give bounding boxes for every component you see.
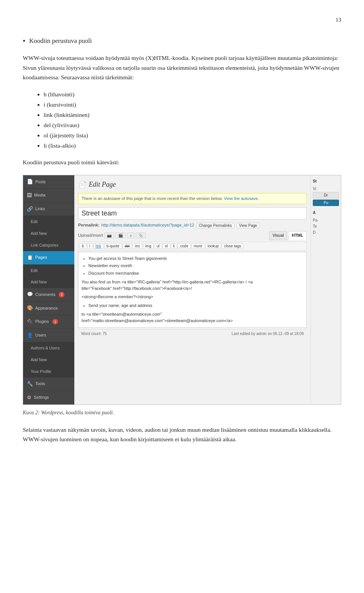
sidebar-item-settings[interactable]: ⚙ Settings <box>23 391 74 405</box>
content-line: If you have any questions, ideas for pro… <box>82 326 303 327</box>
paragraph-2: Koodiin perustuva puoli toimii kätevästi… <box>23 157 341 167</box>
tab-html[interactable]: HTML <box>288 231 307 240</box>
list-item: li (lista-alkio) <box>44 140 341 151</box>
sidebar-label-link-categories: Link Categories <box>31 242 58 249</box>
autosave-text: There is an autosave of this page that i… <box>82 196 223 201</box>
edit-page-title: 📄 Edit Page <box>78 179 307 190</box>
appearance-icon: 🎨 <box>27 304 33 312</box>
sidebar-item-add-new-pages[interactable]: Add New <box>23 276 74 288</box>
sidebar-item-appearance[interactable]: 🎨 Appearance <box>23 302 74 315</box>
paragraph-3: Selainta vastaavan näkymän tavoin, kuvan… <box>23 425 341 444</box>
sidebar-item-add-new-links[interactable]: Add New <box>23 228 74 239</box>
sidebar-item-links[interactable]: 🔗 Links <box>23 203 74 216</box>
edit-page-heading: Edit Page <box>89 179 116 190</box>
attributes-title: A <box>313 210 339 216</box>
sidebar-label-settings: Settings <box>34 394 49 401</box>
sidebar-item-add-new-users[interactable]: Add New <box>23 354 74 366</box>
fmt-btn-link[interactable]: link <box>93 243 104 249</box>
fmt-btn-bquote[interactable]: b-quote <box>104 243 122 249</box>
format-buttons-row: b i link b-quote del ins img ul ol li co… <box>78 242 307 250</box>
sidebar-item-comments[interactable]: 💬 Comments 2 <box>23 288 74 302</box>
autosave-notice: There is an autosave of this page that i… <box>78 193 307 204</box>
caption-text: Kuva 2: Wordpress, koodilla toimiva puol… <box>23 409 341 417</box>
sidebar-item-users[interactable]: 👤 Users <box>23 329 74 343</box>
fmt-btn-ins[interactable]: ins <box>133 243 142 249</box>
upload-btn-3[interactable]: ♪ <box>127 233 134 238</box>
bullet-icon: • <box>23 36 25 46</box>
fmt-btn-li[interactable]: li <box>171 243 177 249</box>
content-editor-area[interactable]: You get access to Street Team gigs/event… <box>78 252 307 328</box>
fmt-btn-code[interactable]: code <box>178 243 191 249</box>
view-page-button[interactable]: View Page <box>236 223 260 228</box>
page-number: 13 <box>23 15 341 24</box>
heading-text: Koodiin perustuva puoli <box>29 36 92 46</box>
sidebar-label-plugins: Plugins <box>35 318 49 325</box>
content-line: Send your name, age and address <box>88 302 303 309</box>
tools-icon: 🔧 <box>27 380 33 388</box>
publish-section: St Vi Dr Pu <box>313 178 339 206</box>
upload-insert-label: Upload/Insert <box>78 232 103 239</box>
upload-insert-area: Upload/Insert 📷 🎬 ♪ 📎 <box>78 232 146 239</box>
upload-btn-2[interactable]: 🎬 <box>116 233 126 238</box>
wp-main-editor: 📄 Edit Page There is an autosave of this… <box>74 175 311 404</box>
template-label: Te <box>313 223 339 230</box>
settings-icon: ⚙ <box>27 394 31 402</box>
draft-button[interactable]: Dr <box>313 192 339 198</box>
attributes-section: A Pa Te D <box>313 210 339 236</box>
last-edited: Last edited by admin on 06.12.-09 at 18:… <box>232 331 304 337</box>
sidebar-label-add-new-users: Add New <box>31 357 47 363</box>
sidebar-item-plugins[interactable]: 🔌 Plugins 1 <box>23 315 74 329</box>
feature-list: b (lihavointi) i (kursivointi) link (lin… <box>44 89 341 151</box>
sidebar-item-pages[interactable]: 📋 Pages <box>23 251 74 265</box>
fmt-btn-ol[interactable]: ol <box>163 243 170 249</box>
fmt-btn-close-tags[interactable]: close tags <box>222 243 243 249</box>
fmt-btn-more[interactable]: more <box>191 243 205 249</box>
upload-btn-1[interactable]: 📷 <box>104 233 114 238</box>
sidebar-label-add-new-pages: Add New <box>31 279 47 285</box>
visual-html-tabs: Visual HTML <box>269 231 307 240</box>
fmt-btn-b[interactable]: b <box>80 243 86 249</box>
sidebar-label-users: Users <box>35 332 46 339</box>
content-line: Discount from merchandise <box>88 270 303 277</box>
sidebar-item-edit-pages[interactable]: Edit <box>23 265 74 277</box>
sidebar-item-your-profile[interactable]: Your Profile <box>23 366 74 378</box>
sidebar-item-media[interactable]: 🖼 Media <box>23 189 74 203</box>
sidebar-label-comments: Comments <box>35 291 55 298</box>
sidebar-label-edit-links: Edit <box>31 219 38 225</box>
editor-toolbar-row: Upload/Insert 📷 🎬 ♪ 📎 Visual HTML <box>78 231 307 240</box>
permalink-row: Permalink: http://demo.datapata.fi/autom… <box>78 222 307 229</box>
change-permalinks-button[interactable]: Change Permalinks <box>196 223 234 228</box>
permalink-label: Permalink: <box>78 222 99 229</box>
word-count: Word count: 75 <box>81 331 107 337</box>
tab-visual[interactable]: Visual <box>269 231 287 240</box>
links-icon: 🔗 <box>27 205 33 213</box>
screenshot-container: 📄 Posts 🖼 Media 🔗 Links Edit Add New Lin… <box>23 175 341 405</box>
status-bar: Word count: 75 Last edited by admin on 0… <box>78 329 307 338</box>
sidebar-label-tools: Tools <box>35 381 45 387</box>
sidebar-item-link-categories[interactable]: Link Categories <box>23 239 74 251</box>
fmt-btn-del[interactable]: del <box>122 243 132 249</box>
fmt-btn-img[interactable]: img <box>143 243 154 249</box>
fmt-btn-i[interactable]: i <box>87 243 93 249</box>
page-title-input[interactable] <box>78 207 307 220</box>
list-item: del (yliviivaus) <box>44 120 341 130</box>
sidebar-item-tools[interactable]: 🔧 Tools <box>23 378 74 391</box>
sidebar-label-appearance: Appearance <box>35 305 58 312</box>
posts-icon: 📄 <box>27 178 33 186</box>
content-line: You get access to Street Team gigs/event… <box>88 255 303 262</box>
wp-right-panel: St Vi Dr Pu A Pa Te D <box>311 175 341 404</box>
fmt-btn-lookup[interactable]: lookup <box>206 243 221 249</box>
fmt-btn-ul[interactable]: ul <box>154 243 162 249</box>
sidebar-item-edit-links[interactable]: Edit <box>23 216 74 228</box>
upload-btn-4[interactable]: 📎 <box>136 233 146 238</box>
list-item: i (kursivointi) <box>44 99 341 110</box>
screenshot-inner: 📄 Posts 🖼 Media 🔗 Links Edit Add New Lin… <box>23 175 341 404</box>
permalink-url[interactable]: http://demo.datapata.fi/automaticeye/?pa… <box>101 222 194 229</box>
publish-section-title: St <box>313 178 339 184</box>
publish-button[interactable]: Pu <box>313 200 339 206</box>
autosave-link[interactable]: View the autosave. <box>224 196 259 201</box>
sidebar-item-posts[interactable]: 📄 Posts <box>23 175 74 189</box>
parent-label: Pa <box>313 217 339 223</box>
sidebar-item-authors-users[interactable]: Authors & Users <box>23 342 74 354</box>
content-line: to <a title="streetteam@automaticeye.com… <box>82 311 303 324</box>
